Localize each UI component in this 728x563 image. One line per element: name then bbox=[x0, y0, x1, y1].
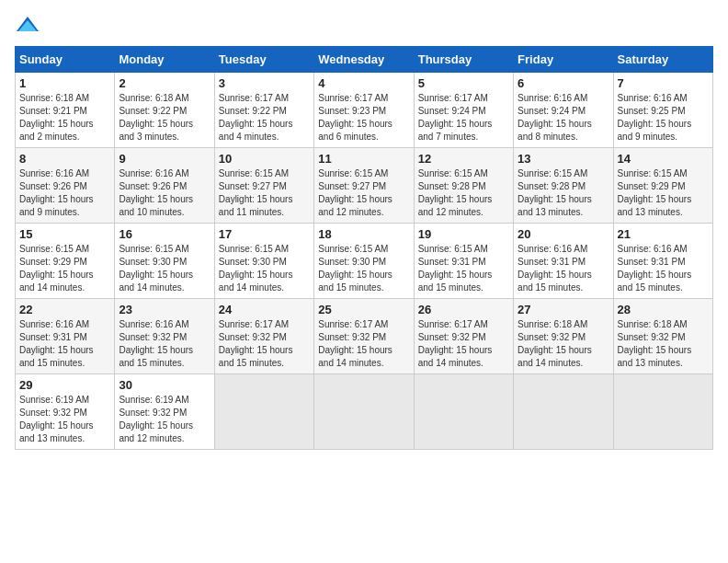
calendar-cell: 22 Sunrise: 6:16 AM Sunset: 9:31 PM Dayl… bbox=[16, 299, 115, 374]
calendar-cell: 26 Sunrise: 6:17 AM Sunset: 9:32 PM Dayl… bbox=[414, 299, 513, 374]
day-number: 16 bbox=[119, 227, 210, 241]
day-number: 13 bbox=[518, 152, 609, 166]
calendar-cell: 5 Sunrise: 6:17 AM Sunset: 9:24 PM Dayli… bbox=[414, 73, 513, 148]
day-detail: Sunrise: 6:15 AM Sunset: 9:30 PM Dayligh… bbox=[119, 243, 210, 294]
calendar-cell: 2 Sunrise: 6:18 AM Sunset: 9:22 PM Dayli… bbox=[115, 73, 214, 148]
day-detail: Sunrise: 6:16 AM Sunset: 9:26 PM Dayligh… bbox=[19, 167, 110, 219]
calendar-cell: 24 Sunrise: 6:17 AM Sunset: 9:32 PM Dayl… bbox=[214, 299, 313, 374]
calendar-table: SundayMondayTuesdayWednesdayThursdayFrid… bbox=[15, 46, 713, 450]
day-detail: Sunrise: 6:18 AM Sunset: 9:32 PM Dayligh… bbox=[618, 318, 709, 370]
day-detail: Sunrise: 6:17 AM Sunset: 9:22 PM Dayligh… bbox=[219, 92, 310, 144]
day-number: 20 bbox=[518, 227, 609, 241]
day-detail: Sunrise: 6:15 AM Sunset: 9:30 PM Dayligh… bbox=[219, 243, 310, 294]
day-detail: Sunrise: 6:16 AM Sunset: 9:31 PM Dayligh… bbox=[518, 243, 609, 294]
calendar-header-row: SundayMondayTuesdayWednesdayThursdayFrid… bbox=[16, 47, 713, 73]
calendar-cell: 7 Sunrise: 6:16 AM Sunset: 9:25 PM Dayli… bbox=[613, 73, 712, 148]
calendar-cell: 3 Sunrise: 6:17 AM Sunset: 9:22 PM Dayli… bbox=[214, 73, 313, 148]
day-detail: Sunrise: 6:15 AM Sunset: 9:27 PM Dayligh… bbox=[219, 167, 310, 219]
col-header-wednesday: Wednesday bbox=[314, 47, 414, 73]
day-detail: Sunrise: 6:15 AM Sunset: 9:28 PM Dayligh… bbox=[418, 167, 509, 219]
calendar-week-row: 22 Sunrise: 6:16 AM Sunset: 9:31 PM Dayl… bbox=[16, 299, 713, 374]
day-number: 1 bbox=[19, 76, 110, 90]
calendar-cell: 18 Sunrise: 6:15 AM Sunset: 9:30 PM Dayl… bbox=[314, 224, 414, 299]
day-detail: Sunrise: 6:17 AM Sunset: 9:32 PM Dayligh… bbox=[219, 318, 310, 370]
day-number: 12 bbox=[418, 152, 509, 166]
calendar-cell: 27 Sunrise: 6:18 AM Sunset: 9:32 PM Dayl… bbox=[514, 299, 613, 374]
logo bbox=[15, 15, 44, 35]
logo-icon bbox=[15, 15, 40, 35]
day-number: 18 bbox=[318, 227, 409, 241]
calendar-cell: 9 Sunrise: 6:16 AM Sunset: 9:26 PM Dayli… bbox=[115, 148, 214, 224]
day-detail: Sunrise: 6:15 AM Sunset: 9:29 PM Dayligh… bbox=[618, 167, 709, 219]
day-number: 28 bbox=[618, 303, 709, 316]
day-detail: Sunrise: 6:15 AM Sunset: 9:29 PM Dayligh… bbox=[19, 243, 110, 294]
day-detail: Sunrise: 6:17 AM Sunset: 9:32 PM Dayligh… bbox=[318, 318, 409, 370]
calendar-cell: 11 Sunrise: 6:15 AM Sunset: 9:27 PM Dayl… bbox=[314, 148, 414, 224]
day-number: 3 bbox=[219, 76, 310, 90]
col-header-tuesday: Tuesday bbox=[214, 47, 313, 73]
calendar-cell bbox=[314, 374, 414, 450]
day-detail: Sunrise: 6:19 AM Sunset: 9:32 PM Dayligh… bbox=[19, 394, 110, 445]
day-detail: Sunrise: 6:15 AM Sunset: 9:28 PM Dayligh… bbox=[518, 167, 609, 219]
day-detail: Sunrise: 6:18 AM Sunset: 9:21 PM Dayligh… bbox=[19, 92, 110, 144]
day-number: 15 bbox=[19, 227, 110, 241]
col-header-saturday: Saturday bbox=[613, 47, 712, 73]
day-number: 26 bbox=[418, 303, 509, 316]
calendar-cell: 14 Sunrise: 6:15 AM Sunset: 9:29 PM Dayl… bbox=[613, 148, 712, 224]
day-detail: Sunrise: 6:16 AM Sunset: 9:26 PM Dayligh… bbox=[119, 167, 210, 219]
day-number: 27 bbox=[518, 303, 609, 316]
day-number: 21 bbox=[618, 227, 709, 241]
day-detail: Sunrise: 6:15 AM Sunset: 9:30 PM Dayligh… bbox=[318, 243, 409, 294]
calendar-cell: 13 Sunrise: 6:15 AM Sunset: 9:28 PM Dayl… bbox=[514, 148, 613, 224]
calendar-cell: 28 Sunrise: 6:18 AM Sunset: 9:32 PM Dayl… bbox=[613, 299, 712, 374]
day-number: 8 bbox=[19, 152, 110, 166]
page-header bbox=[15, 15, 713, 35]
col-header-sunday: Sunday bbox=[16, 47, 115, 73]
calendar-cell: 25 Sunrise: 6:17 AM Sunset: 9:32 PM Dayl… bbox=[314, 299, 414, 374]
calendar-cell: 8 Sunrise: 6:16 AM Sunset: 9:26 PM Dayli… bbox=[16, 148, 115, 224]
calendar-cell bbox=[414, 374, 513, 450]
day-number: 25 bbox=[318, 303, 409, 316]
calendar-cell bbox=[214, 374, 313, 450]
day-detail: Sunrise: 6:17 AM Sunset: 9:23 PM Dayligh… bbox=[318, 92, 409, 144]
day-number: 6 bbox=[518, 76, 609, 90]
calendar-week-row: 1 Sunrise: 6:18 AM Sunset: 9:21 PM Dayli… bbox=[16, 73, 713, 148]
col-header-monday: Monday bbox=[115, 47, 214, 73]
day-detail: Sunrise: 6:16 AM Sunset: 9:25 PM Dayligh… bbox=[618, 92, 709, 144]
day-number: 7 bbox=[618, 76, 709, 90]
day-detail: Sunrise: 6:19 AM Sunset: 9:32 PM Dayligh… bbox=[119, 394, 210, 445]
day-number: 22 bbox=[19, 303, 110, 316]
calendar-cell: 4 Sunrise: 6:17 AM Sunset: 9:23 PM Dayli… bbox=[314, 73, 414, 148]
day-number: 23 bbox=[119, 303, 210, 316]
day-number: 17 bbox=[219, 227, 310, 241]
day-number: 10 bbox=[219, 152, 310, 166]
day-detail: Sunrise: 6:15 AM Sunset: 9:27 PM Dayligh… bbox=[318, 167, 409, 219]
calendar-cell: 19 Sunrise: 6:15 AM Sunset: 9:31 PM Dayl… bbox=[414, 224, 513, 299]
calendar-cell: 17 Sunrise: 6:15 AM Sunset: 9:30 PM Dayl… bbox=[214, 224, 313, 299]
calendar-cell: 1 Sunrise: 6:18 AM Sunset: 9:21 PM Dayli… bbox=[16, 73, 115, 148]
calendar-cell: 23 Sunrise: 6:16 AM Sunset: 9:32 PM Dayl… bbox=[115, 299, 214, 374]
day-detail: Sunrise: 6:16 AM Sunset: 9:31 PM Dayligh… bbox=[618, 243, 709, 294]
calendar-cell: 6 Sunrise: 6:16 AM Sunset: 9:24 PM Dayli… bbox=[514, 73, 613, 148]
calendar-cell: 16 Sunrise: 6:15 AM Sunset: 9:30 PM Dayl… bbox=[115, 224, 214, 299]
day-number: 4 bbox=[318, 76, 409, 90]
calendar-cell: 30 Sunrise: 6:19 AM Sunset: 9:32 PM Dayl… bbox=[115, 374, 214, 450]
day-number: 24 bbox=[219, 303, 310, 316]
calendar-week-row: 8 Sunrise: 6:16 AM Sunset: 9:26 PM Dayli… bbox=[16, 148, 713, 224]
day-number: 2 bbox=[119, 76, 210, 90]
day-number: 14 bbox=[618, 152, 709, 166]
calendar-cell: 21 Sunrise: 6:16 AM Sunset: 9:31 PM Dayl… bbox=[613, 224, 712, 299]
calendar-cell: 12 Sunrise: 6:15 AM Sunset: 9:28 PM Dayl… bbox=[414, 148, 513, 224]
calendar-cell: 15 Sunrise: 6:15 AM Sunset: 9:29 PM Dayl… bbox=[16, 224, 115, 299]
day-detail: Sunrise: 6:17 AM Sunset: 9:32 PM Dayligh… bbox=[418, 318, 509, 370]
calendar-week-row: 15 Sunrise: 6:15 AM Sunset: 9:29 PM Dayl… bbox=[16, 224, 713, 299]
calendar-cell bbox=[613, 374, 712, 450]
day-detail: Sunrise: 6:18 AM Sunset: 9:22 PM Dayligh… bbox=[119, 92, 210, 144]
day-detail: Sunrise: 6:15 AM Sunset: 9:31 PM Dayligh… bbox=[418, 243, 509, 294]
day-number: 5 bbox=[418, 76, 509, 90]
day-number: 19 bbox=[418, 227, 509, 241]
day-number: 11 bbox=[318, 152, 409, 166]
calendar-cell: 20 Sunrise: 6:16 AM Sunset: 9:31 PM Dayl… bbox=[514, 224, 613, 299]
calendar-cell: 29 Sunrise: 6:19 AM Sunset: 9:32 PM Dayl… bbox=[16, 374, 115, 450]
day-detail: Sunrise: 6:16 AM Sunset: 9:31 PM Dayligh… bbox=[19, 318, 110, 370]
